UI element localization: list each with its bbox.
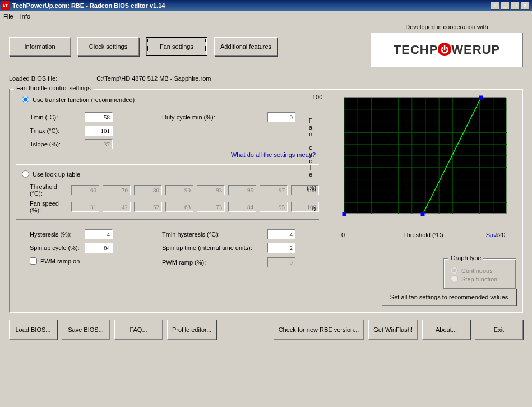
threshold-input-3 [165, 185, 193, 195]
chart-point [421, 212, 425, 216]
continuous-label: Continuous [461, 267, 493, 274]
logo-left: TECHP [394, 43, 438, 57]
exit-button[interactable]: Exit [475, 320, 523, 340]
logo-right: WERUP [451, 43, 500, 57]
logo-caption: Developed in cooperation with [371, 24, 523, 30]
menu-info[interactable]: Info [20, 13, 30, 20]
radio-continuous [451, 267, 458, 274]
hysteresis-label: Hysteresis (%): [30, 231, 80, 238]
fanspeed-input-5 [228, 202, 256, 212]
radio-step [451, 275, 458, 283]
title-bar: ATI TechPowerUp.com: RBE - Radeon BIOS e… [0, 0, 532, 11]
faq-button[interactable]: FAQ... [114, 320, 163, 340]
step-label: Step function [461, 276, 497, 283]
fanspeed-input-4 [197, 202, 225, 212]
y-tick-0: 0 [312, 206, 316, 212]
fan-throttle-group: Fan throttle control settings Use transf… [9, 89, 523, 313]
spin-time-label: Spin up time (internal time units): [162, 244, 263, 251]
threshold-input-5 [228, 185, 256, 195]
set-recommended-button[interactable]: Set all fan settings to recommended valu… [382, 289, 516, 306]
tab-clock-settings[interactable]: Clock settings [77, 37, 139, 56]
tmin-label: Tmin (°C): [30, 114, 80, 121]
minimize-button[interactable]: _ [501, 2, 510, 10]
graph-type-title: Graph type [448, 255, 483, 261]
spin-cycle-label: Spin up cycle (%): [30, 244, 80, 251]
about-button[interactable]: About... [422, 320, 470, 340]
window-title: TechPowerUp.com: RBE - Radeon BIOS edito… [12, 2, 491, 9]
hysteresis-input[interactable] [85, 229, 113, 239]
menu-bar: File Info [0, 11, 532, 21]
threshold-input-1 [103, 185, 131, 195]
x-axis-title: Threshold (°C) [403, 232, 443, 238]
group-title: Fan throttle control settings [14, 85, 93, 91]
duty-input[interactable] [267, 112, 295, 122]
threshold-label: Threshold (°C): [30, 183, 71, 197]
fanspeed-input-6 [260, 202, 288, 212]
fanspeed-input-2 [134, 202, 162, 212]
fan-curve-chart: F a n c y c l e (%) 100 0 0 Threshold (°… [325, 95, 519, 228]
threshold-input-4 [197, 185, 225, 195]
tab-information[interactable]: Information [9, 37, 71, 56]
radio-lookup-label: Use look up table [33, 171, 80, 178]
techpowerup-logo: TECHP⏻WERUP [371, 33, 523, 67]
close-button[interactable]: × [521, 2, 530, 10]
tab-fan-settings[interactable]: Fan settings [146, 37, 207, 56]
pwm-ramp-on-label: PWM ramp on [40, 258, 80, 265]
y-tick-100: 100 [312, 94, 322, 100]
loaded-bios-path: C:\Temp\HD 4870 512 MB - Sapphire.rom [96, 75, 211, 82]
tslope-label: Tslope (%): [30, 141, 80, 147]
menu-file[interactable]: File [3, 13, 13, 20]
app-icon: ATI [1, 1, 10, 10]
tmin-hyst-input[interactable] [267, 229, 295, 239]
load-bios-button[interactable]: Load BIOS... [9, 320, 57, 340]
check-version-button[interactable]: Check for new RBE version... [274, 320, 364, 340]
chart-point [479, 96, 483, 100]
threshold-input-2 [134, 185, 162, 195]
threshold-input-0 [71, 185, 99, 195]
profile-editor-button[interactable]: Profile editor... [167, 320, 216, 340]
spin-time-input[interactable] [267, 243, 295, 253]
radio-lookup-table[interactable] [22, 170, 29, 178]
graph-type-group: Graph type Continuous Step function [443, 258, 516, 289]
fanspeed-input-1 [103, 202, 131, 212]
pwm-ramp-label: PWM ramp (%): [162, 259, 263, 266]
save-bios-button[interactable]: Save BIOS... [62, 320, 110, 340]
fanspeed-input-0 [71, 202, 99, 212]
logo-area: Developed in cooperation with TECHP⏻WERU… [371, 24, 523, 67]
maximize-button[interactable]: □ [511, 2, 520, 10]
tab-additional-features[interactable]: Additional features [214, 37, 277, 56]
help-link[interactable]: What do all the settings mean? [231, 151, 316, 158]
x-tick-0: 0 [341, 232, 345, 238]
pwm-ramp-input [267, 257, 295, 267]
tmax-input[interactable] [85, 126, 113, 136]
radio-transfer-function[interactable] [22, 96, 29, 103]
y-axis-title: F a n c y c l e (%) [307, 117, 314, 191]
tmin-input[interactable] [85, 112, 113, 122]
power-icon: ⏻ [438, 43, 451, 56]
chart-point [343, 212, 346, 216]
loaded-bios-label: Loaded BIOS file: [9, 75, 57, 82]
graph-save-link[interactable]: Save... [486, 232, 505, 238]
tmax-label: Tmax (°C): [30, 127, 80, 134]
duty-label: Duty cycle min (%): [162, 114, 263, 121]
fanspeed-label: Fan speed (%): [30, 200, 71, 214]
tslope-input [85, 139, 113, 149]
spin-cycle-input[interactable] [85, 243, 113, 253]
threshold-input-6 [260, 185, 288, 195]
pwm-ramp-checkbox[interactable] [30, 257, 37, 265]
get-winflash-button[interactable]: Get WinFlash! [368, 320, 418, 340]
radio-transfer-label: Use transfer function (recommended) [33, 96, 135, 103]
help-button[interactable]: ? [491, 2, 499, 10]
fanspeed-input-3 [165, 202, 193, 212]
tmin-hyst-label: Tmin hysteresis (°C): [162, 231, 263, 238]
